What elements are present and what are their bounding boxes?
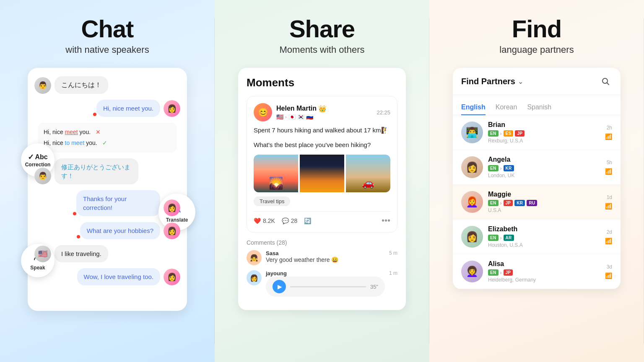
lang-badge-kr-angela: KR bbox=[504, 165, 514, 171]
chat-subtitle: with native speakers bbox=[65, 44, 149, 55]
avatar-sender-4: 👩 bbox=[164, 199, 180, 216]
post-languages: 🇺🇸 › 🇯🇵 🇰🇷 🇷🇺 bbox=[276, 114, 327, 120]
avatar-sender-5: 👩 bbox=[164, 222, 180, 239]
partner-langs-brian: EN › ES JP bbox=[488, 130, 600, 137]
chat-title: Chat bbox=[81, 17, 134, 41]
tab-spanish[interactable]: Spanish bbox=[527, 100, 551, 115]
avatar-sender-3: 👨 bbox=[34, 168, 51, 184]
lang-badge-ru-maggie: RU bbox=[527, 200, 537, 206]
post-images bbox=[254, 155, 390, 192]
partner-avatar-angela: 👩 bbox=[461, 156, 483, 178]
post-text-2: What's the best place you've been hiking… bbox=[254, 140, 390, 150]
partner-row-elizabeth[interactable]: 👩 Elizabeth EN › AR Houston, U.S.A 2d 📶 bbox=[453, 220, 621, 254]
chat-panel: Chat with native speakers ✓ Abc Correcti… bbox=[0, 0, 215, 362]
message-5: 👩 What are your hobbies? bbox=[34, 222, 180, 239]
post-username: Helen Martin bbox=[276, 105, 317, 112]
partner-langs-elizabeth: EN › AR bbox=[488, 235, 600, 241]
comment-avatar-2: 👩 bbox=[247, 270, 262, 285]
correct-check: ✓ bbox=[102, 140, 107, 146]
comments-header: Comments (28) bbox=[247, 239, 397, 246]
find-title: Find bbox=[512, 17, 561, 41]
partner-location-elizabeth: Houston, U.S.A bbox=[488, 242, 600, 248]
post-time: 22:25 bbox=[377, 109, 390, 116]
translate-label: Translate bbox=[166, 217, 188, 223]
partner-meta-angela: 5h 📶 bbox=[605, 160, 612, 175]
partner-avatar-elizabeth: 👩 bbox=[461, 226, 483, 248]
partner-row-maggie[interactable]: 👩‍🦰 Maggie EN › JP KR RU U.S.A 1d 📶 bbox=[453, 185, 621, 220]
comment-content-2: jayoung ▶ 35" bbox=[266, 270, 385, 297]
signal-icon-alisa: 📶 bbox=[605, 272, 612, 279]
tab-korean[interactable]: Korean bbox=[496, 100, 517, 115]
partner-row-alisa[interactable]: 👩‍🦱 Alisa EN › JP Heidelberg, Germany 3d… bbox=[453, 254, 621, 289]
partner-avatar-maggie: 👩‍🦰 bbox=[461, 191, 483, 213]
lang-badge-es: ES bbox=[504, 130, 514, 137]
post-image-2 bbox=[300, 155, 344, 192]
share-subtitle: Moments with others bbox=[280, 44, 365, 55]
partner-name-angela: Angela bbox=[488, 156, 600, 163]
partner-meta-alisa: 3d 📶 bbox=[605, 264, 612, 279]
audio-player: ▶ 35" bbox=[266, 277, 385, 297]
like-count: 8.2K bbox=[263, 217, 275, 224]
post-header: 😊 Helen Martin 👑 🇺🇸 › 🇯🇵 🇰🇷 🇷🇺 bbox=[254, 103, 390, 122]
lang-badge-en: EN bbox=[488, 130, 499, 137]
unread-dot-2 bbox=[93, 113, 96, 116]
post-image-3 bbox=[346, 155, 390, 192]
partner-time-elizabeth: 2d bbox=[607, 229, 612, 235]
post-avatar: 😊 bbox=[254, 103, 272, 122]
message-3: 👨 修正ありがとうございます！ bbox=[34, 158, 180, 184]
comment-button[interactable]: 💬 28 bbox=[282, 217, 298, 224]
message-1: 👨 こんにちは！ bbox=[34, 76, 180, 94]
find-card-header: Find Partners ⌄ bbox=[453, 68, 621, 95]
lang-badge-en-alisa: EN bbox=[488, 269, 499, 276]
comment-time-1: 5 m bbox=[389, 250, 397, 256]
bubble-2: Hi, nice meet you. bbox=[96, 100, 160, 117]
signal-icon-maggie: 📶 bbox=[605, 203, 612, 209]
partner-meta-maggie: 1d 📶 bbox=[605, 194, 612, 209]
chevron-down-icon[interactable]: ⌄ bbox=[518, 78, 523, 85]
audio-duration: 35" bbox=[370, 284, 378, 290]
post-user-info: Helen Martin 👑 🇺🇸 › 🇯🇵 🇰🇷 🇷🇺 bbox=[276, 105, 327, 120]
comment-avatar-1: 👧 bbox=[247, 250, 262, 265]
avatar-sender-2: 👩 bbox=[164, 100, 180, 117]
share-button[interactable]: 🔄 bbox=[304, 217, 311, 224]
avatar-sender-7: 👩 bbox=[164, 269, 180, 285]
partner-name-brian: Brian bbox=[488, 121, 600, 129]
unread-dot-5 bbox=[77, 235, 80, 238]
bubble-7: Wow, I love traveling too. bbox=[77, 268, 160, 285]
partner-location-brian: Rexburg, U.S.A bbox=[488, 138, 600, 144]
partner-meta-brian: 2h 📶 bbox=[605, 125, 612, 140]
post-actions: ❤️ 8.2K 💬 28 🔄 ••• bbox=[254, 211, 390, 225]
find-subtitle: language partners bbox=[499, 44, 574, 55]
bubble-4: Thanks for your correction! bbox=[76, 190, 160, 216]
comments-section: Comments (28) 👧 Sasa Very good weather t… bbox=[247, 239, 397, 297]
play-button[interactable]: ▶ bbox=[273, 280, 286, 293]
bubble-5: What are your hobbies? bbox=[80, 222, 160, 239]
lang-badge-en-elizabeth: EN bbox=[488, 235, 499, 241]
partner-langs-alisa: EN › JP bbox=[488, 269, 600, 276]
partner-location-alisa: Heidelberg, Germany bbox=[488, 277, 600, 283]
partner-avatar-alisa: 👩‍🦱 bbox=[461, 261, 483, 282]
find-card-title: Find Partners bbox=[461, 77, 515, 86]
language-tabs: English Korean Spanish bbox=[453, 95, 621, 115]
moments-heading: Moments bbox=[247, 76, 397, 89]
partner-info-maggie: Maggie EN › JP KR RU U.S.A bbox=[488, 191, 600, 213]
abc-label: Correction bbox=[25, 162, 51, 168]
signal-icon-angela: 📶 bbox=[605, 168, 612, 175]
search-button[interactable] bbox=[599, 75, 612, 88]
partner-info-brian: Brian EN › ES JP Rexburg, U.S.A bbox=[488, 121, 600, 144]
partner-langs-angela: EN › KR bbox=[488, 165, 600, 171]
chat-container: ✓ Abc Correction 👨 こんにちは！ 👩 Hi, nice mee… bbox=[28, 68, 187, 311]
post-image-1 bbox=[254, 155, 298, 192]
like-button[interactable]: ❤️ 8.2K bbox=[254, 217, 275, 224]
post-crown: 👑 bbox=[318, 105, 327, 113]
tab-english[interactable]: English bbox=[461, 100, 486, 115]
more-options-button[interactable]: ••• bbox=[382, 216, 390, 225]
partner-row-brian[interactable]: 👨‍💻 Brian EN › ES JP Rexburg, U.S.A 2h 📶 bbox=[453, 115, 621, 150]
partner-location-angela: London, UK bbox=[488, 173, 600, 178]
post-tag[interactable]: Travel tips bbox=[254, 197, 290, 206]
message-6: 🇺🇸 I like traveling. bbox=[34, 245, 180, 262]
partner-row-angela[interactable]: 👩 Angela EN › KR London, UK 5h 📶 bbox=[453, 150, 621, 185]
avatar-sender-1: 👨 bbox=[34, 77, 51, 94]
partner-time-angela: 5h bbox=[607, 160, 612, 165]
lang-badge-en-maggie: EN bbox=[488, 200, 499, 206]
